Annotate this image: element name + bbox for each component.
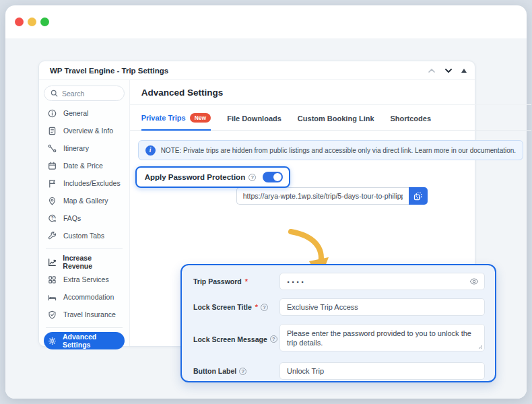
settings-sidebar: General Overview & Info Itinerary Date &… — [39, 80, 130, 346]
button-label-input[interactable] — [279, 362, 485, 380]
note-text: NOTE: Private trips are hidden from publ… — [161, 147, 516, 154]
sidebar-item-general[interactable]: General — [44, 104, 125, 122]
private-trip-url-input[interactable] — [236, 187, 409, 205]
resize-grip[interactable] — [478, 340, 483, 352]
help-icon[interactable]: ? — [261, 304, 268, 311]
copy-icon — [413, 192, 422, 201]
svg-text:?: ? — [51, 215, 54, 220]
tabs-bar: Private Trips New File Downloads Custom … — [130, 105, 531, 131]
sidebar-item-label: FAQs — [63, 214, 81, 222]
lock-screen-message-row: Lock Screen Message ? Please enter the p… — [193, 324, 485, 354]
tab-custom-booking-link[interactable]: Custom Booking Link — [298, 114, 374, 131]
chevron-up-icon[interactable] — [428, 67, 436, 74]
sidebar-item-label: Travel Insurance — [63, 310, 116, 318]
bed-icon — [48, 292, 57, 302]
chart-line-icon — [48, 257, 57, 267]
document-icon — [48, 126, 57, 135]
help-icon[interactable]: ? — [248, 174, 256, 181]
info-icon: i — [145, 145, 156, 156]
panel-title: WP Travel Engine - Trip Settings — [50, 67, 168, 75]
tab-label: Private Trips — [141, 114, 186, 122]
calendar-icon — [48, 161, 57, 170]
minimize-button[interactable] — [28, 18, 36, 26]
password-protection-toggle[interactable] — [263, 172, 283, 182]
search-icon — [51, 90, 58, 97]
eye-icon[interactable] — [469, 277, 479, 289]
lock-screen-title-row: Lock Screen Title* ? — [193, 298, 485, 316]
sidebar-item-label: Date & Price — [63, 162, 103, 170]
private-trip-url-row — [236, 187, 428, 205]
sidebar-item-custom-tabs[interactable]: Custom Tabs — [44, 227, 125, 244]
sidebar-item-accommodation[interactable]: Accommodation — [44, 288, 125, 306]
tab-label: Shortcodes — [391, 114, 432, 123]
sidebar-section-increase-revenue[interactable]: Increase Revenue — [44, 253, 125, 271]
lock-screen-title-input[interactable] — [279, 298, 485, 316]
route-icon — [48, 143, 57, 153]
field-label: Button Label — [193, 367, 236, 375]
sidebar-item-advanced-settings[interactable]: Advanced Settings — [44, 332, 125, 349]
search-input[interactable] — [62, 90, 116, 98]
tab-private-trips[interactable]: Private Trips New — [141, 113, 211, 131]
button-label-row: Button Label ? — [193, 362, 485, 380]
window-titlebar — [5, 5, 527, 38]
traffic-lights — [15, 18, 49, 26]
content-header: Advanced Settings — [130, 80, 531, 105]
new-badge: New — [190, 113, 211, 123]
trip-password-input[interactable] — [279, 273, 485, 290]
tab-label: File Downloads — [227, 114, 281, 123]
sidebar-item-includes-excludes[interactable]: Includes/Excludes — [44, 174, 125, 192]
flag-icon — [48, 178, 57, 188]
sidebar-item-label: Advanced Settings — [63, 333, 121, 349]
lock-screen-title-label: Lock Screen Title* ? — [193, 303, 279, 311]
help-icon[interactable]: ? — [239, 368, 246, 375]
password-protection-label: Apply Password Protection ? — [145, 173, 257, 181]
help-icon[interactable]: ? — [270, 335, 277, 343]
map-pin-icon — [48, 196, 57, 205]
field-label: Trip Password — [193, 277, 242, 285]
sidebar-item-label: Increase Revenue — [63, 254, 120, 270]
toggle-knob — [273, 173, 281, 181]
sidebar-item-itinerary[interactable]: Itinerary — [44, 139, 125, 157]
zoom-button[interactable] — [40, 18, 49, 26]
wrench-icon — [48, 231, 57, 240]
sidebar-item-date-price[interactable]: Date & Price — [44, 157, 125, 174]
field-label: Lock Screen Message — [193, 335, 267, 343]
required-asterisk: * — [255, 303, 258, 311]
shield-check-icon — [48, 310, 57, 319]
sidebar-item-label: Overview & Info — [63, 127, 113, 135]
sidebar-item-label: Includes/Excludes — [63, 179, 121, 187]
search-box[interactable] — [44, 86, 125, 101]
close-button[interactable] — [15, 18, 24, 26]
panel-titlebar: WP Travel Engine - Trip Settings — [39, 61, 475, 80]
note-banner: i NOTE: Private trips are hidden from pu… — [138, 140, 523, 160]
tab-shortcodes[interactable]: Shortcodes — [391, 114, 432, 131]
sidebar-item-label: Custom Tabs — [63, 232, 104, 240]
sidebar-item-map-gallery[interactable]: Map & Gallery — [44, 192, 125, 209]
sidebar-item-overview-info[interactable]: Overview & Info — [44, 122, 125, 139]
sidebar-item-label: Itinerary — [63, 144, 89, 152]
lock-screen-message-textarea[interactable]: Please enter the password provided to yo… — [279, 324, 485, 351]
app-window: WP Travel Engine - Trip Settings General — [5, 5, 527, 399]
chat-question-icon: ? — [48, 213, 57, 223]
sidebar-divider — [46, 248, 123, 249]
grid-icon — [48, 275, 57, 284]
tab-label: Custom Booking Link — [298, 114, 374, 123]
sidebar-item-label: General — [63, 109, 88, 117]
trip-password-label: Trip Password* — [193, 277, 279, 285]
copy-url-button[interactable] — [409, 187, 428, 205]
lock-screen-message-label: Lock Screen Message ? — [193, 335, 279, 343]
sidebar-divider — [46, 327, 123, 328]
info-icon — [48, 108, 57, 118]
chevron-down-icon[interactable] — [444, 67, 453, 74]
sidebar-item-extra-services[interactable]: Extra Services — [44, 271, 125, 288]
page-title: Advanced Settings — [141, 88, 224, 98]
sidebar-item-label: Extra Services — [63, 275, 109, 283]
password-protection-highlight: Apply Password Protection ? — [135, 166, 290, 188]
sidebar-item-travel-insurance[interactable]: Travel Insurance — [44, 306, 125, 323]
tab-file-downloads[interactable]: File Downloads — [227, 114, 281, 131]
sidebar-item-label: Map & Gallery — [63, 197, 108, 205]
button-label-label: Button Label ? — [193, 367, 279, 375]
sidebar-item-faqs[interactable]: ? FAQs — [44, 209, 125, 227]
sidebar-item-label: Accommodation — [63, 293, 114, 301]
collapse-triangle-icon[interactable] — [461, 69, 467, 73]
